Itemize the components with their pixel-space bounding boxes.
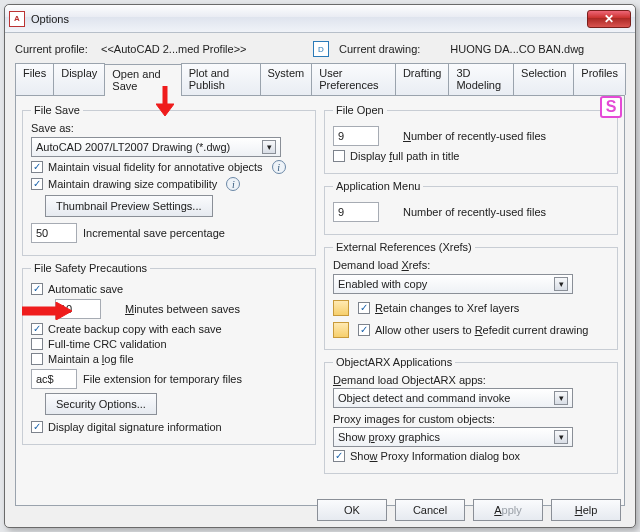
tab-plot-publish[interactable]: Plot and Publish <box>181 63 261 95</box>
apply-button[interactable]: Apply <box>473 499 543 521</box>
thumbnail-settings-button[interactable]: Thumbnail Preview Settings... <box>45 195 213 217</box>
backup-label: Create backup copy with each save <box>48 323 222 335</box>
minutes-label: MMinutes between savesinutes between sav… <box>125 303 240 315</box>
crc-checkbox[interactable] <box>31 338 43 350</box>
proxy-images-label: Proxy images for custom objects: <box>333 413 609 425</box>
show-proxy-label: Show Proxy Information dialog box <box>350 450 520 462</box>
save-as-combo[interactable]: AutoCAD 2007/LT2007 Drawing (*.dwg) ▾ <box>31 137 281 157</box>
incremental-save-label: Incremental save percentage <box>83 227 225 239</box>
titlebar: A Options ✕ <box>5 5 635 33</box>
xrefs-legend: External References (Xrefs) <box>333 241 475 253</box>
file-open-group: File Open Number of recently-used files … <box>324 104 618 174</box>
cancel-button[interactable]: Cancel <box>395 499 465 521</box>
dialog-footer: OK Cancel Apply Help <box>9 499 631 521</box>
visual-fidelity-checkbox[interactable] <box>31 161 43 173</box>
info-icon[interactable]: i <box>272 160 286 174</box>
retain-xref-checkbox[interactable] <box>358 302 370 314</box>
app-icon: A <box>9 11 25 27</box>
tab-page: S File Save Save as: AutoCAD 2007/LT2007… <box>15 96 625 506</box>
current-drawing-label: Current drawing: <box>339 43 420 55</box>
tab-bar: Files Display Open and Save Plot and Pub… <box>15 63 625 96</box>
dwg-icon: D <box>313 41 329 57</box>
appmenu-recent-label: Number of recently-used files <box>403 206 546 218</box>
save-as-value: AutoCAD 2007/LT2007 Drawing (*.dwg) <box>36 141 230 153</box>
watermark-s-icon: S <box>600 96 622 118</box>
demand-arx-label: Demand load ObjectARX apps: <box>333 374 609 386</box>
full-path-checkbox[interactable] <box>333 150 345 162</box>
logfile-checkbox[interactable] <box>31 353 43 365</box>
tab-drafting[interactable]: Drafting <box>395 63 450 95</box>
logfile-label: Maintain a log file <box>48 353 134 365</box>
info-icon[interactable]: i <box>226 177 240 191</box>
tab-display[interactable]: Display <box>53 63 105 95</box>
incremental-save-input[interactable] <box>31 223 77 243</box>
autosave-checkbox[interactable] <box>31 283 43 295</box>
demand-xrefs-label: Demand load Xrefs: <box>333 259 609 271</box>
annotation-arrow-down-icon <box>156 86 174 116</box>
chevron-down-icon: ▾ <box>554 391 568 405</box>
drawing-size-checkbox[interactable] <box>31 178 43 190</box>
proxy-images-combo[interactable]: Show proxy graphics ▾ <box>333 427 573 447</box>
temp-ext-input[interactable] <box>31 369 77 389</box>
tab-3d-modeling[interactable]: 3D Modeling <box>448 63 514 95</box>
arx-legend: ObjectARX Applications <box>333 356 455 368</box>
tab-selection[interactable]: Selection <box>513 63 574 95</box>
temp-ext-label: File extension for temporary files <box>83 373 242 385</box>
tab-files[interactable]: Files <box>15 63 54 95</box>
allow-refedit-label: Allow other users to Refedit current dra… <box>375 324 588 336</box>
full-path-label: Display full path in title <box>350 150 459 162</box>
chevron-down-icon: ▾ <box>554 277 568 291</box>
crc-label: Full-time CRC validation <box>48 338 167 350</box>
chevron-down-icon: ▾ <box>554 430 568 444</box>
app-menu-group: Application Menu Number of recently-used… <box>324 180 618 235</box>
annotation-arrow-right-icon <box>22 302 72 320</box>
xrefs-group: External References (Xrefs) Demand load … <box>324 241 618 350</box>
current-profile-value: <<AutoCAD 2...med Profile>> <box>101 43 281 55</box>
backup-checkbox[interactable] <box>31 323 43 335</box>
current-drawing-value: HUONG DA...CO BAN.dwg <box>450 43 584 55</box>
recent-files-input[interactable] <box>333 126 379 146</box>
file-safety-legend: File Safety Precautions <box>31 262 150 274</box>
save-as-label: Save as: <box>31 122 307 134</box>
recent-files-label: Number of recently-used files <box>403 130 546 142</box>
xref-icon <box>333 300 349 316</box>
chevron-down-icon: ▾ <box>262 140 276 154</box>
appmenu-recent-input[interactable] <box>333 202 379 222</box>
file-save-legend: File Save <box>31 104 83 116</box>
drawing-size-label: Maintain drawing size compatibility <box>48 178 217 190</box>
close-button[interactable]: ✕ <box>587 10 631 28</box>
digital-sig-label: Display digital signature information <box>48 421 222 433</box>
options-dialog: A Options ✕ Current profile: <<AutoCAD 2… <box>4 4 636 528</box>
visual-fidelity-label: Maintain visual fidelity for annotative … <box>48 161 263 173</box>
file-safety-group: File Safety Precautions Automatic save M… <box>22 262 316 445</box>
allow-refedit-checkbox[interactable] <box>358 324 370 336</box>
digital-sig-checkbox[interactable] <box>31 421 43 433</box>
tab-user-prefs[interactable]: User Preferences <box>311 63 396 95</box>
demand-xrefs-combo[interactable]: Enabled with copy ▾ <box>333 274 573 294</box>
app-menu-legend: Application Menu <box>333 180 423 192</box>
profile-row: Current profile: <<AutoCAD 2...med Profi… <box>15 41 625 57</box>
tab-profiles[interactable]: Profiles <box>573 63 626 95</box>
ok-button[interactable]: OK <box>317 499 387 521</box>
arx-group: ObjectARX Applications Demand load Objec… <box>324 356 618 474</box>
tab-system[interactable]: System <box>260 63 313 95</box>
demand-arx-combo[interactable]: Object detect and command invoke ▾ <box>333 388 573 408</box>
retain-xref-label: Retain changes to Xref layers <box>375 302 519 314</box>
security-options-button[interactable]: Security Options... <box>45 393 157 415</box>
help-button[interactable]: Help <box>551 499 621 521</box>
current-profile-label: Current profile: <box>15 43 95 55</box>
file-save-group: File Save Save as: AutoCAD 2007/LT2007 D… <box>22 104 316 256</box>
file-open-legend: File Open <box>333 104 387 116</box>
window-title: Options <box>31 13 69 25</box>
show-proxy-checkbox[interactable] <box>333 450 345 462</box>
autosave-label: Automatic save <box>48 283 123 295</box>
xref-icon <box>333 322 349 338</box>
